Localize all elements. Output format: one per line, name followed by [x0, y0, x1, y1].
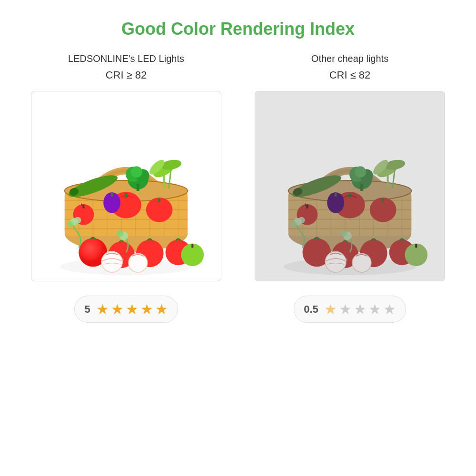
- svg-rect-89: [306, 205, 308, 208]
- right-panel-title: Other cheap lights: [311, 53, 388, 64]
- left-star-2: ★: [111, 301, 124, 317]
- right-image-box: [255, 91, 445, 281]
- left-rating-container: 5 ★ ★ ★ ★ ★: [74, 296, 178, 323]
- comparison-container: LEDSONLINE's LED Lights CRI ≥ 82: [0, 53, 476, 323]
- svg-rect-83: [382, 198, 384, 202]
- svg-point-45: [129, 253, 148, 272]
- svg-rect-47: [191, 244, 193, 248]
- svg-point-101: [298, 217, 305, 224]
- right-rating-number: 0.5: [304, 303, 318, 316]
- svg-rect-32: [111, 193, 113, 197]
- svg-point-103: [340, 230, 347, 237]
- right-panel-cri: CRI ≤ 82: [329, 69, 371, 81]
- svg-point-78: [355, 166, 366, 178]
- left-rating-number: 5: [84, 303, 90, 316]
- svg-point-50: [75, 217, 81, 224]
- left-image-box: [31, 91, 221, 281]
- left-panel-cri: CRI ≥ 82: [106, 69, 147, 81]
- right-star-2: ★: [339, 301, 352, 317]
- page-title: Good Color Rendering Index: [121, 19, 355, 39]
- svg-point-52: [117, 230, 123, 237]
- right-rating-container: 0.5 ★ ★ ★ ★ ★: [294, 296, 406, 323]
- svg-rect-98: [415, 244, 417, 248]
- left-panel: LEDSONLINE's LED Lights CRI ≥ 82: [29, 53, 224, 323]
- svg-point-95: [325, 251, 346, 272]
- right-star-1: ★: [324, 301, 337, 317]
- svg-point-25: [131, 166, 142, 178]
- svg-point-96: [352, 253, 371, 272]
- svg-rect-36: [82, 205, 84, 208]
- svg-rect-26: [137, 184, 139, 191]
- left-star-3: ★: [126, 301, 139, 317]
- right-star-4: ★: [368, 301, 381, 317]
- svg-rect-79: [360, 184, 363, 191]
- right-star-5: ★: [383, 301, 396, 317]
- right-star-3: ★: [354, 301, 367, 317]
- left-star-4: ★: [140, 301, 153, 317]
- left-star-5: ★: [155, 301, 168, 317]
- left-star-1: ★: [96, 301, 109, 317]
- svg-point-100: [291, 221, 297, 227]
- right-stars: ★ ★ ★ ★ ★: [324, 301, 396, 317]
- left-stars: ★ ★ ★ ★ ★: [96, 301, 168, 317]
- svg-rect-30: [158, 198, 160, 202]
- svg-rect-85: [335, 193, 337, 197]
- svg-point-49: [68, 221, 73, 227]
- left-panel-title: LEDSONLINE's LED Lights: [68, 53, 184, 64]
- right-panel: Other cheap lights CRI ≤ 82: [252, 53, 447, 323]
